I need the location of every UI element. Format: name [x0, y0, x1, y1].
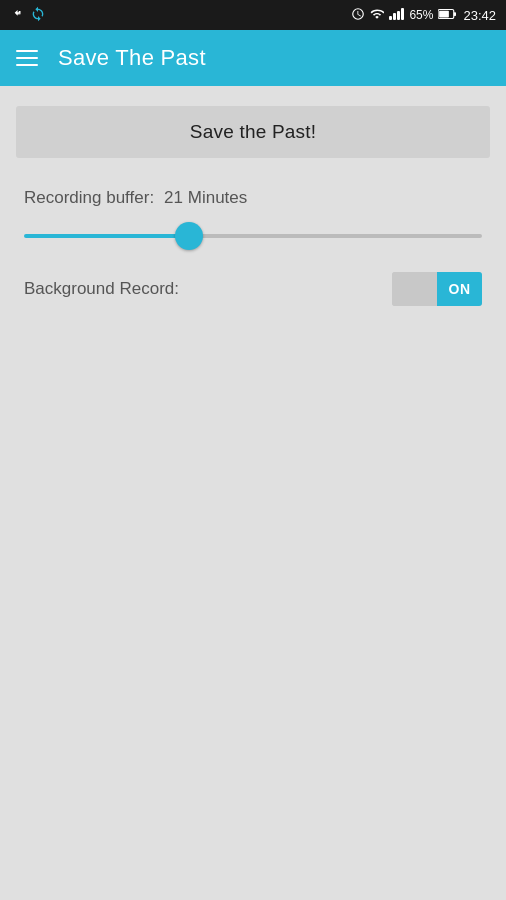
app-title: Save The Past [58, 45, 206, 71]
sync-icon [30, 6, 46, 25]
background-record-toggle[interactable]: ON [392, 272, 482, 306]
usb-icon [10, 7, 24, 24]
signal-icon [389, 8, 404, 23]
alarm-icon [351, 7, 365, 24]
hamburger-line-3 [16, 64, 38, 66]
main-content: Save the Past! Recording buffer: 21 Minu… [0, 86, 506, 900]
background-record-label: Background Record: [24, 279, 179, 299]
recording-buffer-slider[interactable] [24, 234, 482, 238]
status-bar: 65% 23:42 [0, 0, 506, 30]
status-time: 23:42 [463, 8, 496, 23]
status-bar-left [10, 6, 46, 25]
battery-icon [438, 8, 456, 23]
slider-container [16, 224, 490, 242]
battery-percentage: 65% [409, 8, 433, 22]
toggle-on-label: ON [437, 272, 482, 306]
wifi-icon [370, 7, 384, 24]
background-record-row: Background Record: ON [16, 272, 490, 306]
save-past-button[interactable]: Save the Past! [16, 106, 490, 158]
app-bar: Save The Past [0, 30, 506, 86]
recording-buffer-value: 21 Minutes [164, 188, 247, 208]
svg-rect-2 [440, 10, 450, 17]
hamburger-line-2 [16, 57, 38, 59]
recording-buffer-label: Recording buffer: [24, 188, 154, 208]
toggle-container: ON [392, 272, 482, 306]
toggle-off-area [392, 272, 437, 306]
svg-rect-1 [454, 12, 456, 16]
status-bar-right: 65% 23:42 [351, 7, 496, 24]
recording-buffer-row: Recording buffer: 21 Minutes [16, 188, 490, 208]
hamburger-line-1 [16, 50, 38, 52]
menu-button[interactable] [16, 50, 38, 66]
